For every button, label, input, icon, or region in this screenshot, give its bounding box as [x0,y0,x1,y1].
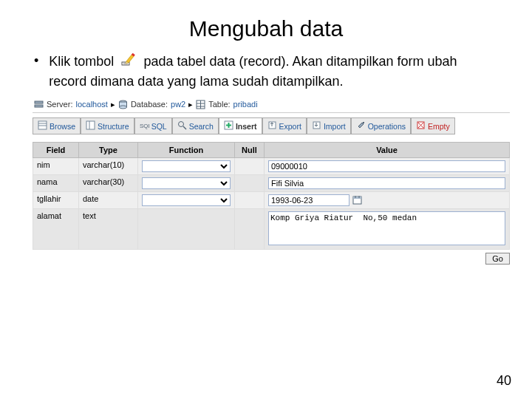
function-select[interactable] [142,160,231,172]
empty-icon [416,120,426,132]
browse-icon [38,120,47,132]
server-icon [34,100,44,110]
page-number: 40 [497,373,511,389]
bullet-row: • Klik tombol pada tabel data (record). … [34,52,498,91]
svg-rect-19 [86,121,95,129]
field-name: nama [33,175,79,192]
col-null: Null [235,143,265,158]
database-label: Database: [131,100,168,109]
svg-rect-34 [353,197,361,199]
tab-import-label: Import [324,122,346,131]
field-type: date [79,192,138,209]
export-icon [267,120,277,132]
go-button[interactable]: Go [485,253,510,265]
svg-rect-29 [363,122,364,123]
col-field: Field [33,143,79,158]
tab-insert[interactable]: Insert [219,117,262,134]
tab-bar: Browse Structure SQL SQL Search Insert E… [33,117,510,134]
tab-empty[interactable]: Empty [411,117,455,134]
server-link[interactable]: localhost [75,100,107,109]
svg-point-11 [119,106,126,109]
tab-operations-label: Operations [368,122,406,131]
calendar-icon[interactable] [352,195,362,206]
tab-sql[interactable]: SQL SQL [134,117,172,134]
table-row: tgllahir date [33,192,510,209]
tab-search[interactable]: Search [172,117,219,134]
table-row: nim varchar(10) [33,158,510,175]
table-row: alamat text [33,209,510,250]
field-type: varchar(10) [79,158,138,175]
operations-icon [356,120,366,132]
value-input-nama[interactable] [268,177,505,189]
search-icon [177,120,187,132]
bullet-text: Klik tombol pada tabel data (record). Ak… [49,52,498,91]
field-name: alamat [33,209,79,250]
tab-sql-label: SQL [151,122,167,131]
value-input-tgllahir[interactable] [268,194,349,206]
breadcrumb: Server: localhost ▸ Database: pw2 ▸ Tabl… [33,97,510,114]
tab-insert-label: Insert [236,122,257,131]
table-label: Table: [208,100,230,109]
tab-browse-label: Browse [50,122,75,131]
bullet-pre: Klik tombol [49,54,114,69]
col-function: Function [138,143,235,158]
tab-search-label: Search [189,122,214,131]
server-label: Server: [47,100,72,109]
col-type: Type [79,143,138,158]
field-type: varchar(30) [79,175,138,192]
database-link[interactable]: pw2 [171,100,185,109]
function-select[interactable] [142,194,231,206]
database-icon [118,100,128,110]
import-icon [312,120,321,132]
edit-pencil-icon [119,52,138,72]
insert-grid: Field Type Function Null Value nim varch… [33,142,510,250]
tab-export[interactable]: Export [262,117,307,134]
svg-point-22 [178,122,183,127]
field-type: text [79,209,138,250]
tab-operations[interactable]: Operations [351,117,411,134]
tab-empty-label: Empty [428,122,450,131]
phpmyadmin-panel: Server: localhost ▸ Database: pw2 ▸ Tabl… [33,97,510,265]
sql-icon: SQL [140,120,149,132]
table-row: nama varchar(30) [33,175,510,192]
tab-import[interactable]: Import [307,117,351,134]
slide-title: Mengubah data [0,16,532,41]
bc-sep-2: ▸ [188,100,193,109]
table-link[interactable]: pribadi [233,100,258,109]
bc-sep-1: ▸ [111,100,115,109]
function-select[interactable] [142,177,231,189]
tab-browse[interactable]: Browse [33,117,81,134]
value-input-nim[interactable] [268,160,505,172]
structure-icon [86,120,95,132]
svg-rect-7 [35,101,43,103]
tab-structure[interactable]: Structure [81,117,134,134]
tab-export-label: Export [279,122,301,131]
grid-header-row: Field Type Function Null Value [33,143,510,158]
field-name: tgllahir [33,192,79,209]
svg-line-23 [183,126,186,129]
table-icon [196,100,205,110]
svg-text:SQL: SQL [140,123,149,129]
insert-icon [224,120,233,132]
value-textarea-alamat[interactable] [268,211,505,245]
bullet-dot: • [34,52,38,91]
svg-rect-8 [35,105,43,107]
tab-structure-label: Structure [98,122,129,131]
field-name: nim [33,158,79,175]
col-value: Value [265,143,510,158]
go-bar: Go [33,253,510,265]
